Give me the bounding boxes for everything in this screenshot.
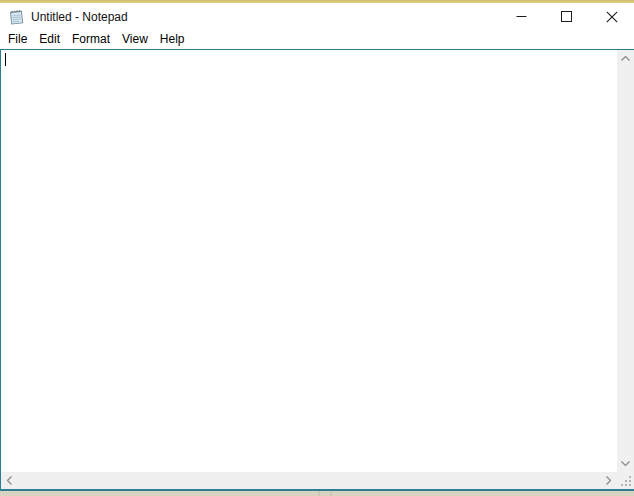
chevron-right-icon [606,476,611,485]
chevron-down-icon [621,461,630,466]
maximize-icon [561,11,572,22]
menubar: File Edit Format View Help [0,30,634,49]
menu-view[interactable]: View [116,30,154,49]
resize-grip-icon [621,476,631,486]
menu-help[interactable]: Help [154,30,191,49]
notepad-icon [8,8,25,25]
minimize-button[interactable] [499,3,544,30]
window-title: Untitled - Notepad [31,10,128,24]
screen: Untitled - Notepad [0,0,634,496]
close-icon [606,11,618,23]
titlebar[interactable]: Untitled - Notepad [0,3,634,30]
minimize-icon [516,11,527,22]
desktop-artifact-line [318,491,320,496]
scroll-left-button[interactable] [1,472,18,489]
text-caret [5,53,6,66]
resize-grip[interactable] [617,472,634,489]
caption-buttons [499,3,634,30]
scroll-down-button[interactable] [617,455,634,472]
menu-format[interactable]: Format [66,30,116,49]
chevron-up-icon [621,56,630,61]
scroll-up-button[interactable] [617,50,634,67]
notepad-window: Untitled - Notepad [0,0,634,491]
menu-file[interactable]: File [2,30,33,49]
desktop-background [0,491,634,496]
scroll-right-button[interactable] [600,472,617,489]
desktop-artifact-line [330,491,332,496]
editor [0,49,634,491]
chevron-left-icon [7,476,12,485]
close-button[interactable] [589,3,634,30]
horizontal-scrollbar[interactable] [1,472,617,489]
menu-edit[interactable]: Edit [33,30,66,49]
maximize-button[interactable] [544,3,589,30]
vertical-scrollbar[interactable] [617,50,634,472]
text-area[interactable] [1,50,617,472]
